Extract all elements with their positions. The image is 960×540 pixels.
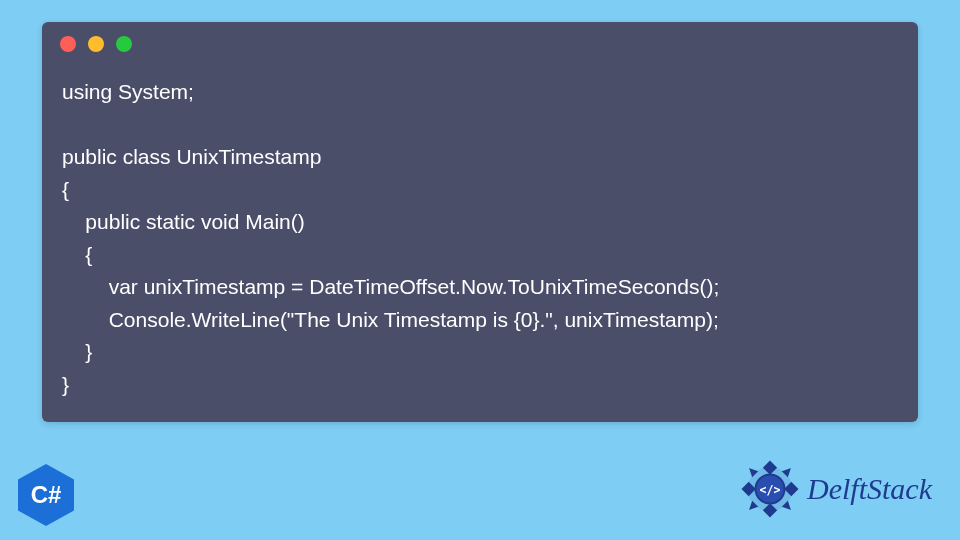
svg-text:</>: </> [760,483,781,497]
window-titlebar [42,22,918,58]
minimize-icon[interactable] [88,36,104,52]
hexagon-icon: C# [18,464,74,526]
csharp-label: C# [31,481,62,509]
code-block: using System; public class UnixTimestamp… [42,58,918,421]
close-icon[interactable] [60,36,76,52]
csharp-badge: C# [18,464,74,526]
brand-name: DelftStack [807,472,932,506]
maximize-icon[interactable] [116,36,132,52]
code-window: using System; public class UnixTimestamp… [42,22,918,422]
delftstack-icon: </> [739,458,801,520]
brand-logo: </> DelftStack [739,458,932,520]
